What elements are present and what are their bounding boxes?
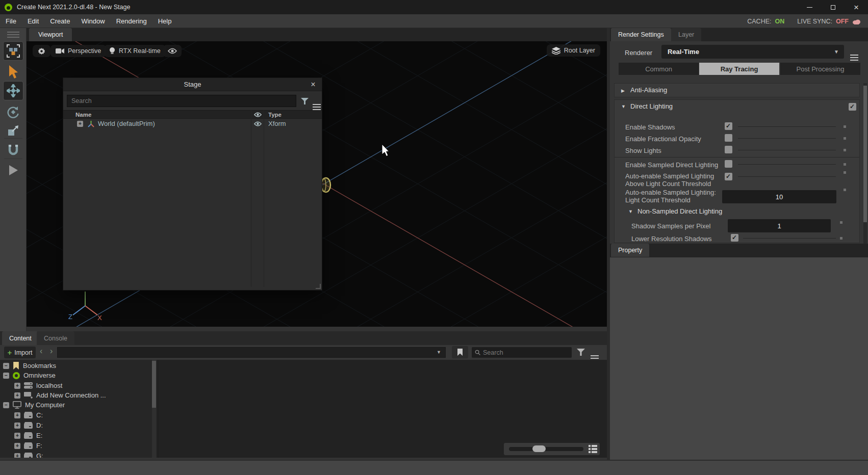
- forward-button[interactable]: ›: [50, 347, 53, 356]
- stage-filter-icon[interactable]: [301, 98, 309, 104]
- slider-line[interactable]: [738, 126, 836, 127]
- expand-icon[interactable]: [14, 443, 20, 449]
- show-lights-checkbox[interactable]: [725, 146, 732, 153]
- sampled-direct-lighting-checkbox[interactable]: [725, 160, 732, 168]
- tab-render-settings[interactable]: Render Settings: [611, 28, 671, 41]
- tree-label[interactable]: My Computer: [25, 401, 65, 409]
- tab-viewport[interactable]: Viewport: [29, 28, 72, 41]
- tree-item-my-computer[interactable]: My Computer: [3, 400, 65, 410]
- maximize-button[interactable]: [821, 0, 845, 14]
- cloud-icon[interactable]: [852, 18, 861, 24]
- stage-options-icon[interactable]: [313, 107, 321, 108]
- view-mode-grid-icon[interactable]: [589, 445, 597, 453]
- scale-tool-button[interactable]: [3, 122, 23, 139]
- lower-res-denoiser-checkbox[interactable]: [731, 234, 738, 242]
- tab-post-processing[interactable]: Post Processing: [780, 63, 860, 75]
- expand-icon[interactable]: [14, 383, 20, 389]
- render-mode-button[interactable]: RTX Real-time: [104, 45, 166, 57]
- tab-content[interactable]: Content: [2, 331, 39, 345]
- camera-mode-button[interactable]: Perspective: [50, 45, 106, 57]
- path-dropdown-icon[interactable]: [437, 350, 441, 355]
- slider-line[interactable]: [738, 150, 836, 150]
- tree-label[interactable]: localhost: [36, 382, 62, 389]
- stage-col-type[interactable]: Type: [268, 112, 282, 118]
- tree-label[interactable]: F:: [36, 442, 42, 450]
- renderer-options-icon[interactable]: [850, 57, 858, 58]
- tree-item-drive-f[interactable]: F:: [14, 441, 42, 451]
- snap-tool-button[interactable]: [3, 141, 23, 159]
- tab-console[interactable]: Console: [37, 331, 74, 345]
- tree-item-drive-d[interactable]: D:: [14, 420, 43, 430]
- root-layer-button[interactable]: Root Layer: [547, 44, 600, 57]
- prim-name[interactable]: World (defaultPrim): [98, 120, 155, 127]
- content-search[interactable]: [472, 347, 572, 358]
- renderer-dropdown[interactable]: Real-Time: [661, 45, 844, 59]
- visibility-eye-icon[interactable]: [254, 121, 262, 126]
- expanded-triangle-icon[interactable]: [621, 104, 626, 109]
- tree-item-bookmarks[interactable]: Bookmarks: [3, 361, 56, 371]
- expand-icon[interactable]: [14, 453, 20, 458]
- stage-resize-handle[interactable]: [316, 284, 321, 289]
- tree-label[interactable]: D:: [36, 421, 43, 429]
- stage-col-visibility-icon[interactable]: [254, 112, 262, 117]
- expand-icon[interactable]: [14, 423, 20, 429]
- menu-create[interactable]: Create: [44, 14, 75, 28]
- menu-window[interactable]: Window: [75, 14, 110, 28]
- tab-property[interactable]: Property: [611, 244, 649, 257]
- expand-icon[interactable]: [14, 412, 20, 418]
- content-search-input[interactable]: [483, 349, 559, 356]
- direct-lighting-label[interactable]: Direct Lighting: [630, 102, 673, 110]
- enable-shadows-checkbox[interactable]: [725, 122, 732, 130]
- stage-row-world[interactable]: World (defaultPrim) Xform: [63, 119, 322, 129]
- tab-ray-tracing[interactable]: Ray Tracing: [699, 63, 779, 75]
- thumbnail-zoom-slider[interactable]: [504, 443, 600, 455]
- bookmark-button[interactable]: [452, 346, 468, 358]
- import-button[interactable]: + Import: [4, 347, 36, 358]
- shadow-samples-field[interactable]: 1: [728, 219, 831, 232]
- content-filter-icon[interactable]: [577, 349, 585, 356]
- menu-edit[interactable]: Edit: [22, 14, 44, 28]
- stage-close-button[interactable]: [308, 79, 319, 90]
- settings-scrollbar-thumb[interactable]: [863, 86, 867, 222]
- menu-help[interactable]: Help: [152, 14, 177, 28]
- close-button[interactable]: [845, 0, 868, 14]
- slider-line[interactable]: [738, 138, 836, 139]
- slider-line[interactable]: [743, 238, 836, 239]
- stage-col-name[interactable]: Name: [75, 112, 91, 118]
- collapse-icon[interactable]: [3, 373, 9, 379]
- tree-item-omniverse[interactable]: Omniverse: [3, 371, 56, 380]
- expand-icon[interactable]: [14, 433, 20, 439]
- tree-label[interactable]: Omniverse: [23, 372, 56, 379]
- tree-label[interactable]: C:: [36, 411, 43, 419]
- path-input[interactable]: [57, 347, 446, 358]
- back-button[interactable]: ‹: [40, 347, 42, 356]
- play-button[interactable]: [3, 162, 23, 179]
- section-anti-aliasing[interactable]: Anti-Aliasing: [614, 83, 860, 97]
- light-count-threshold-field[interactable]: 10: [722, 190, 836, 203]
- tree-label[interactable]: Add New Connection ...: [36, 391, 106, 399]
- zoom-slider-track[interactable]: [509, 447, 583, 451]
- slider-line[interactable]: [738, 176, 836, 177]
- tree-item-drive-e[interactable]: E:: [14, 431, 42, 440]
- viewport-settings-button[interactable]: [33, 45, 50, 57]
- tree-scrollbar-thumb[interactable]: [152, 361, 156, 408]
- menu-file[interactable]: File: [0, 14, 22, 28]
- collapse-icon[interactable]: [3, 402, 9, 408]
- visibility-menu-button[interactable]: [163, 45, 182, 57]
- menu-rendering[interactable]: Rendering: [111, 14, 152, 28]
- tab-common[interactable]: Common: [619, 63, 699, 75]
- content-options-icon[interactable]: [591, 358, 599, 359]
- tree-label[interactable]: G:: [36, 452, 43, 458]
- auto-enable-checkbox[interactable]: [725, 173, 732, 180]
- slider-line[interactable]: [738, 164, 836, 165]
- tree-item-drive-g[interactable]: G:: [14, 451, 43, 458]
- tab-layer[interactable]: Layer: [671, 28, 701, 41]
- expand-icon[interactable]: [77, 121, 83, 127]
- direct-lighting-checkbox[interactable]: [849, 103, 856, 111]
- selection-mode-button[interactable]: [3, 41, 23, 61]
- select-tool-button[interactable]: [3, 64, 23, 81]
- minimize-button[interactable]: [798, 0, 821, 14]
- fractional-opacity-checkbox[interactable]: [725, 134, 732, 142]
- tree-label[interactable]: E:: [36, 432, 42, 439]
- collapse-icon[interactable]: [3, 363, 9, 369]
